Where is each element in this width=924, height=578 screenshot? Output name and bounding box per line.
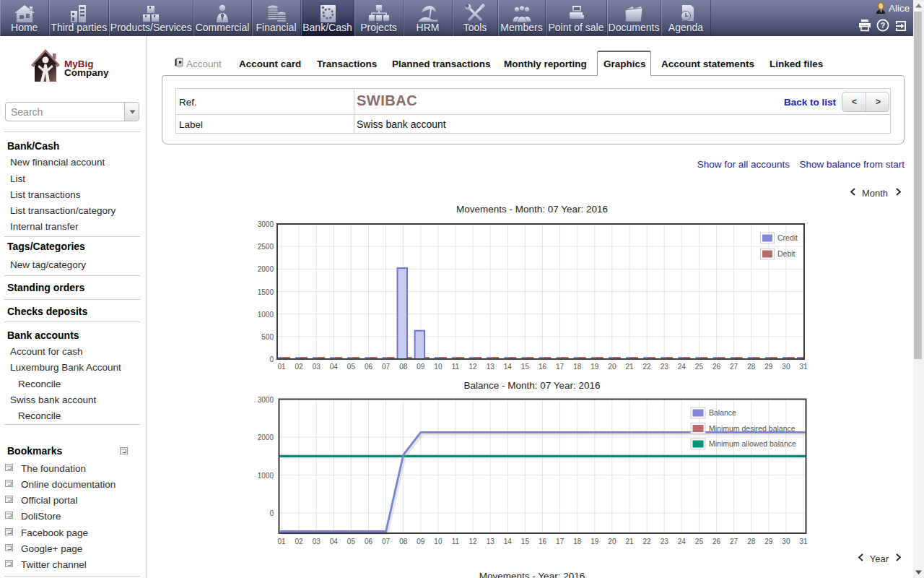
svg-text:13: 13: [487, 363, 495, 371]
svg-text:13: 13: [487, 538, 495, 545]
svg-text:05: 05: [347, 538, 356, 545]
svg-text:02: 02: [295, 363, 304, 371]
svg-text:11: 11: [452, 363, 460, 371]
svg-text:Movements - Month: 07 Year: 20: Movements - Month: 07 Year: 2016: [456, 204, 608, 215]
svg-text:12: 12: [469, 363, 478, 371]
svg-text:1500: 1500: [258, 288, 274, 296]
svg-text:21: 21: [625, 363, 634, 371]
svg-text:27: 27: [730, 363, 738, 371]
svg-text:02: 02: [295, 538, 304, 545]
svg-text:22: 22: [643, 363, 652, 371]
svg-text:30: 30: [782, 538, 790, 545]
svg-text:10: 10: [434, 363, 443, 371]
svg-text:09: 09: [417, 363, 425, 371]
svg-text:15: 15: [521, 363, 530, 371]
svg-text:31: 31: [799, 538, 808, 545]
svg-text:Minimum allowed balance: Minimum allowed balance: [709, 439, 796, 448]
svg-text:3000: 3000: [258, 220, 274, 228]
svg-text:Credit: Credit: [777, 233, 798, 242]
svg-text:03: 03: [313, 363, 321, 371]
svg-text:1000: 1000: [258, 472, 274, 480]
svg-text:1000: 1000: [258, 311, 274, 319]
svg-text:28: 28: [747, 363, 756, 371]
svg-text:16: 16: [539, 538, 547, 545]
svg-text:25: 25: [695, 538, 704, 545]
svg-text:09: 09: [417, 538, 425, 545]
svg-text:2000: 2000: [258, 265, 274, 273]
svg-text:07: 07: [382, 363, 391, 371]
svg-text:0: 0: [269, 355, 274, 363]
svg-text:24: 24: [678, 538, 687, 545]
svg-text:28: 28: [747, 538, 756, 545]
svg-text:29: 29: [764, 538, 773, 545]
svg-text:01: 01: [277, 363, 286, 371]
svg-text:08: 08: [399, 363, 408, 371]
svg-text:19: 19: [590, 538, 599, 545]
svg-text:01: 01: [277, 538, 286, 545]
svg-text:27: 27: [730, 538, 738, 545]
svg-text:Balance: Balance: [709, 408, 736, 417]
svg-text:08: 08: [399, 538, 408, 545]
svg-text:31: 31: [799, 363, 808, 371]
svg-text:21: 21: [625, 538, 634, 545]
svg-text:14: 14: [504, 363, 513, 371]
svg-text:20: 20: [608, 538, 616, 545]
svg-text:17: 17: [556, 538, 565, 545]
svg-text:03: 03: [313, 538, 321, 545]
svg-text:07: 07: [382, 538, 391, 545]
svg-text:?: ?: [881, 21, 885, 30]
svg-text:11: 11: [452, 538, 460, 545]
svg-text:26: 26: [712, 363, 721, 371]
svg-text:18: 18: [573, 538, 582, 545]
svg-text:29: 29: [764, 363, 773, 371]
svg-text:16: 16: [539, 363, 547, 371]
svg-text:24: 24: [678, 363, 687, 371]
svg-text:10: 10: [434, 538, 443, 545]
svg-text:0: 0: [269, 509, 274, 517]
svg-text:23: 23: [661, 363, 669, 371]
svg-text:2500: 2500: [258, 243, 274, 251]
svg-text:500: 500: [261, 333, 274, 341]
svg-text:30: 30: [782, 363, 790, 371]
svg-text:15: 15: [521, 538, 530, 545]
svg-text:12: 12: [469, 538, 478, 545]
svg-text:04: 04: [330, 363, 339, 371]
svg-text:3000: 3000: [258, 396, 274, 404]
svg-text:Balance - Month: 07 Year: 2016: Balance - Month: 07 Year: 2016: [463, 380, 600, 391]
svg-text:25: 25: [695, 363, 704, 371]
svg-text:04: 04: [330, 538, 339, 545]
svg-text:06: 06: [365, 538, 373, 545]
svg-text:23: 23: [661, 538, 669, 545]
svg-text:20: 20: [608, 363, 616, 371]
svg-text:05: 05: [347, 363, 356, 371]
svg-text:14: 14: [504, 538, 513, 545]
svg-text:06: 06: [365, 363, 373, 371]
svg-text:26: 26: [712, 538, 721, 545]
svg-text:2000: 2000: [258, 434, 274, 441]
svg-text:Debit: Debit: [777, 249, 796, 258]
svg-text:22: 22: [643, 538, 652, 545]
svg-text:17: 17: [556, 363, 565, 371]
svg-text:18: 18: [573, 363, 582, 371]
svg-text:Minimum desired balance: Minimum desired balance: [709, 424, 796, 433]
svg-text:19: 19: [590, 363, 599, 371]
